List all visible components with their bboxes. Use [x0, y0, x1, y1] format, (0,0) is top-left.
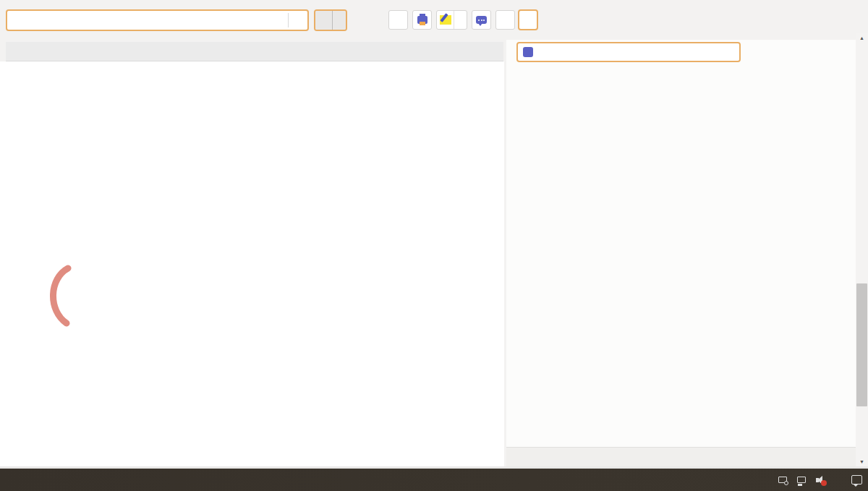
scroll-up-icon[interactable]: ▲ [856, 33, 868, 43]
top-toolbar [0, 0, 868, 40]
print-button[interactable] [412, 10, 432, 30]
highlighter-dropdown-icon[interactable] [454, 11, 464, 29]
help-button[interactable] [518, 9, 538, 30]
info-icon [523, 47, 533, 57]
export-to-word-button[interactable] [388, 10, 408, 30]
document-search-box[interactable] [6, 9, 309, 31]
document-view[interactable] [0, 61, 504, 466]
highlighter-icon [440, 15, 451, 25]
find-next-button[interactable] [315, 11, 333, 30]
network-icon[interactable] [796, 476, 807, 484]
highlighter-button[interactable] [436, 10, 467, 30]
comment-icon [476, 16, 487, 24]
document-status-bar [506, 447, 856, 466]
divider [288, 13, 289, 27]
side-panel [506, 40, 856, 466]
more-options-button[interactable] [495, 10, 515, 30]
comments-button[interactable] [472, 10, 491, 30]
printer-icon [417, 16, 427, 24]
phone-link-icon[interactable] [778, 476, 788, 484]
find-button-group [314, 9, 347, 31]
volume-muted-icon[interactable] [815, 476, 825, 484]
scrollbar-thumb[interactable] [856, 283, 867, 406]
search-input[interactable] [7, 15, 272, 25]
document-title-bar [6, 42, 503, 61]
windows-taskbar [0, 469, 868, 491]
system-tray [769, 469, 868, 491]
pink-bracket-annotation [41, 264, 72, 328]
vertical-scrollbar[interactable]: ▲ ▼ [856, 33, 868, 467]
find-previous-button[interactable] [333, 11, 346, 30]
doc-info-button[interactable] [516, 42, 741, 62]
scroll-down-icon[interactable]: ▼ [856, 456, 868, 467]
action-center-icon[interactable] [851, 475, 862, 484]
